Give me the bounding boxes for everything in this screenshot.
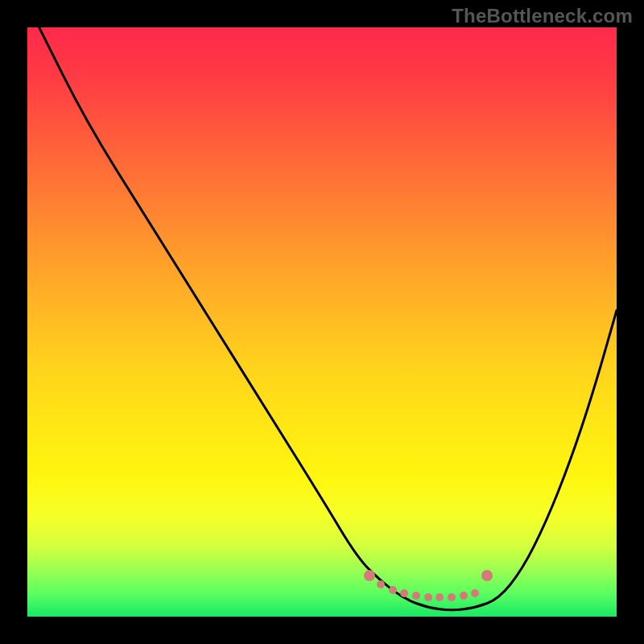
marker-dot xyxy=(471,589,479,597)
bottleneck-curve xyxy=(39,27,617,610)
watermark-text: TheBottleneck.com xyxy=(452,5,633,27)
curve-layer xyxy=(27,27,617,617)
marker-dot xyxy=(389,586,397,594)
plot-area xyxy=(27,27,617,617)
marker-dot xyxy=(377,580,385,588)
marker-dot xyxy=(424,593,432,601)
marker-dot xyxy=(412,592,420,600)
marker-dot xyxy=(460,592,468,600)
chart-frame: TheBottleneck.com xyxy=(0,0,644,644)
marker-dot xyxy=(400,589,408,597)
marker-dot xyxy=(364,570,375,581)
marker-dot xyxy=(448,593,456,601)
marker-dot xyxy=(436,593,444,601)
marker-dot xyxy=(481,570,493,581)
